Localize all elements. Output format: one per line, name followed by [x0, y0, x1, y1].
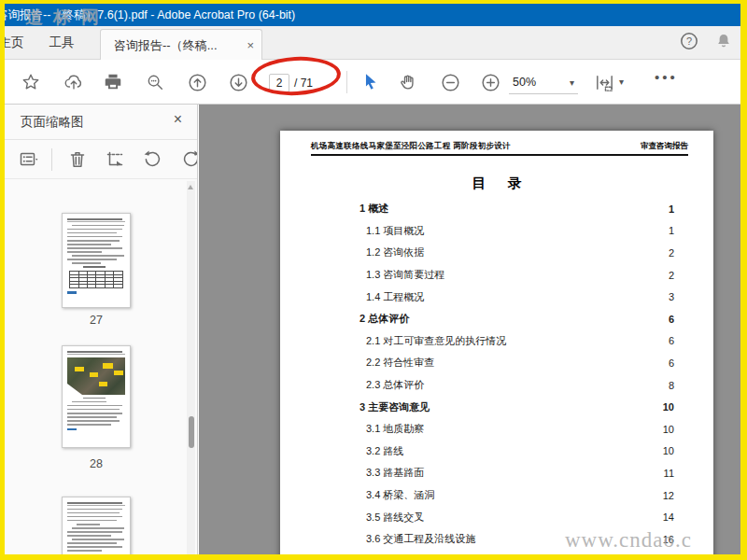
thumbnail-label: 28 [5, 457, 188, 470]
more-tools-icon[interactable]: ••• [655, 69, 678, 85]
tab-home[interactable]: 主页 [0, 26, 33, 60]
notifications-bell-icon[interactable] [714, 31, 733, 55]
tab-tools[interactable]: 工具 [35, 26, 89, 60]
hand-tool-icon[interactable] [397, 71, 419, 93]
thumbnail-mini-table [69, 271, 122, 288]
next-page-icon[interactable] [227, 71, 249, 93]
panel-title: 页面缩略图 [21, 114, 84, 131]
pdf-page: 机场高速联络线马家堡至泾阳公路工程 两阶段初步设计 审查咨询报告 目 录 1 概… [280, 131, 713, 554]
table-of-contents: 1 概述1 1.1 项目概况1 1.2 咨询依据2 1.3 咨询简要过程2 1.… [280, 198, 713, 551]
page-navigation: 2 / 71 [269, 73, 313, 93]
thumbnail-options-icon[interactable] [18, 148, 40, 171]
toc-entry[interactable]: 2 总体评价6 [280, 308, 713, 330]
toc-entry[interactable]: 2.2 符合性审查6 [280, 352, 713, 374]
zoom-out-icon[interactable] [439, 71, 461, 93]
toc-entry[interactable]: 1.1 项目概况1 [280, 220, 713, 243]
toc-entry[interactable]: 3 主要咨询意见10 [280, 396, 713, 418]
panel-separator [51, 148, 52, 171]
star-favorites-icon[interactable] [20, 71, 42, 93]
toc-entry[interactable]: 1.2 咨询依据2 [280, 242, 713, 264]
fit-width-icon[interactable] [593, 71, 615, 93]
toc-entry[interactable]: 2.1 对工可审查意见的执行情况6 [280, 330, 713, 353]
thumbnail-page-28[interactable] [62, 345, 131, 448]
page-thumbnails-panel: 页面缩略图 × [5, 105, 198, 554]
zoom-in-icon[interactable] [479, 71, 501, 93]
toc-entry[interactable]: 3.3 路基路面11 [280, 462, 713, 484]
toolbar-separator [346, 71, 347, 93]
page-header-left: 机场高速联络线马家堡至泾阳公路工程 两阶段初步设计 [311, 141, 511, 152]
search-icon[interactable] [144, 71, 166, 93]
thumbnail-map-image [67, 357, 125, 395]
tab-document-label: 咨询报告--（终稿... [114, 37, 239, 54]
panel-toolbar [5, 140, 197, 179]
panel-close-icon[interactable]: × [174, 111, 182, 128]
crop-pages-icon[interactable] [104, 148, 126, 171]
tab-close-icon[interactable]: × [239, 38, 254, 52]
print-icon[interactable] [102, 71, 124, 93]
current-page-input[interactable]: 2 [269, 74, 289, 92]
document-view: 机场高速联络线马家堡至泾阳公路工程 两阶段初步设计 审查咨询报告 目 录 1 概… [199, 105, 740, 554]
previous-page-icon[interactable] [186, 71, 208, 93]
toc-entry[interactable]: 1.4 工程概况3 [280, 286, 713, 308]
tab-bar: 主页 工具 咨询报告--（终稿... × ? [5, 26, 740, 60]
thumbnail-page-partial[interactable] [62, 497, 131, 554]
toc-entry[interactable]: 3.4 桥梁、涵洞12 [280, 484, 713, 507]
toc-title: 目 录 [280, 175, 713, 192]
select-tool-icon[interactable] [359, 71, 382, 93]
toc-entry[interactable]: 1.3 咨询简要过程2 [280, 264, 713, 287]
toc-entry[interactable]: 3.2 路线10 [280, 441, 713, 463]
scroll-up-arrow-icon[interactable] [188, 185, 193, 189]
window-titlebar: 咨询报告--（终稿）7.6(1).pdf - Adobe Acrobat Pro… [5, 4, 740, 26]
delete-pages-icon[interactable] [66, 148, 89, 171]
svg-text:?: ? [686, 35, 692, 47]
chevron-down-icon: ▾ [570, 77, 574, 88]
toc-entry[interactable]: 3.6 交通工程及沿线设施16 [280, 528, 713, 551]
main-toolbar: 2 / 71 50% ▾ ▾ ••• [5, 60, 740, 105]
page-header-right: 审查咨询报告 [641, 141, 688, 152]
rotate-left-icon[interactable] [141, 148, 163, 171]
scrollbar-thumb[interactable] [189, 416, 194, 448]
toc-entry[interactable]: 3.1 地质勘察10 [280, 418, 713, 441]
page-header-rule [311, 154, 688, 156]
thumbnail-page-27[interactable] [62, 213, 131, 308]
window-title: 咨询报告--（终稿）7.6(1).pdf - Adobe Acrobat Pro… [5, 7, 295, 23]
zoom-level-value: 50% [513, 76, 536, 89]
panel-header: 页面缩略图 × [5, 105, 197, 140]
panel-scrollbar[interactable] [187, 181, 195, 554]
page-total-label: / 71 [294, 77, 313, 90]
thumbnail-label: 27 [5, 314, 188, 327]
screenshot-frame: 咨询报告--（终稿）7.6(1).pdf - Adobe Acrobat Pro… [0, 0, 747, 560]
toc-entry[interactable]: 2.3 总体评价8 [280, 374, 713, 397]
share-upload-icon[interactable] [63, 71, 85, 93]
chevron-down-icon[interactable]: ▾ [619, 77, 624, 87]
help-icon[interactable]: ? [679, 31, 699, 55]
rotate-right-icon[interactable] [180, 148, 198, 171]
tab-document[interactable]: 咨询报告--（终稿... × [100, 29, 262, 61]
toc-entry[interactable]: 1 概述1 [280, 198, 713, 220]
toc-entry[interactable]: 3.5 路线交叉14 [280, 506, 713, 528]
zoom-level-dropdown[interactable]: 50% ▾ [509, 71, 578, 94]
